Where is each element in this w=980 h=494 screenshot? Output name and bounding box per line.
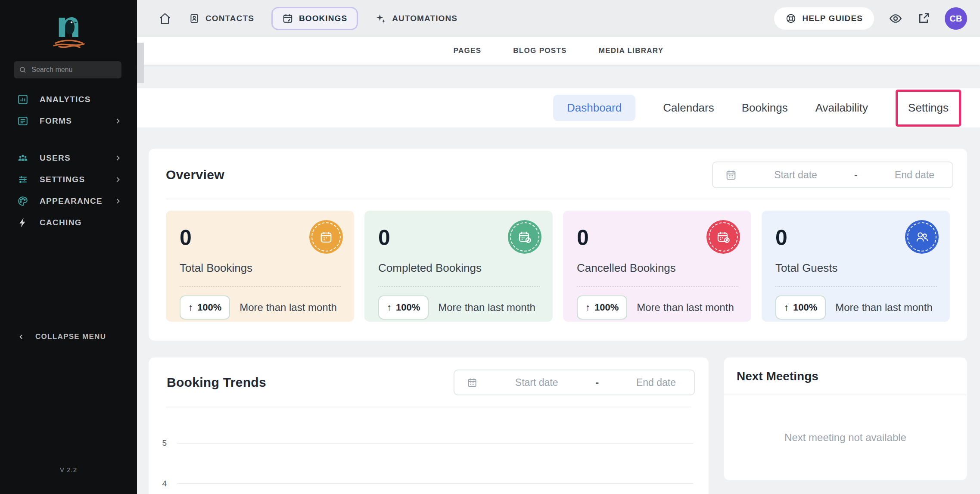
next-meetings-empty-text: Next meeting not available bbox=[724, 432, 967, 444]
calendar-booking-icon bbox=[309, 220, 343, 254]
search-input[interactable] bbox=[31, 65, 116, 74]
tab-availability[interactable]: Availability bbox=[815, 101, 868, 115]
growth-value: 100% bbox=[793, 302, 817, 313]
calendar-check-icon bbox=[508, 220, 541, 254]
stat-label: Completed Bookings bbox=[378, 261, 540, 275]
overview-title: Overview bbox=[166, 168, 224, 182]
stat-card-cancelled-bookings: 0 Cancelled Bookings ↑ 100% More than la… bbox=[563, 211, 751, 322]
stats-row: 0 Total Bookings ↑ 100% More than last m… bbox=[149, 199, 967, 322]
trends-date-range-picker[interactable]: Start date - End date bbox=[454, 370, 695, 395]
stat-dotted-divider bbox=[775, 286, 937, 287]
gridline-row-5: 5 bbox=[149, 438, 693, 448]
topnav-bookings-active[interactable]: BOOKINGS bbox=[271, 7, 358, 30]
settings-highlight-box: Settings bbox=[896, 90, 961, 127]
tab-bookings[interactable]: Bookings bbox=[742, 101, 788, 115]
stat-label: Total Guests bbox=[775, 261, 937, 275]
y-axis-tick: 5 bbox=[149, 438, 177, 448]
analytics-icon bbox=[17, 94, 28, 105]
sidebar-item-settings[interactable]: SETTINGS bbox=[0, 169, 137, 190]
chevron-right-icon bbox=[114, 197, 122, 205]
stat-card-total-guests: 0 Total Guests ↑ 100% More than last mon… bbox=[762, 211, 950, 322]
contacts-icon bbox=[189, 13, 200, 24]
growth-value: 100% bbox=[396, 302, 420, 313]
end-date-placeholder[interactable]: End date bbox=[636, 377, 676, 388]
help-guides-button[interactable]: HELP GUIDES bbox=[774, 7, 874, 30]
collapse-menu-button[interactable]: COLLAPSE MENU bbox=[17, 332, 106, 341]
end-date-placeholder[interactable]: End date bbox=[895, 169, 934, 181]
bookings-calendar-icon bbox=[282, 13, 293, 24]
topnav-automations[interactable]: AUTOMATIONS bbox=[375, 13, 457, 24]
version-label: V 2.2 bbox=[0, 466, 137, 473]
sidebar-item-users[interactable]: USERS bbox=[0, 147, 137, 169]
sidebar-item-label: CACHING bbox=[40, 218, 82, 227]
growth-value: 100% bbox=[594, 302, 619, 313]
stat-card-total-bookings: 0 Total Bookings ↑ 100% More than last m… bbox=[166, 211, 354, 322]
sidebar-item-label: APPEARANCE bbox=[40, 196, 103, 206]
next-meetings-divider bbox=[724, 395, 967, 395]
app-logo[interactable]: n bbox=[0, 9, 137, 50]
tab-settings[interactable]: Settings bbox=[908, 101, 949, 115]
sidebar-item-caching[interactable]: CACHING bbox=[0, 212, 137, 233]
appearance-palette-icon bbox=[17, 196, 28, 207]
growth-badge: ↑ 100% bbox=[775, 295, 826, 320]
growth-note: More than last month bbox=[637, 301, 734, 314]
growth-value: 100% bbox=[197, 302, 221, 313]
eye-icon bbox=[889, 12, 902, 25]
chevron-right-icon bbox=[114, 175, 122, 184]
topnav-automations-label: AUTOMATIONS bbox=[392, 14, 457, 23]
lifebuoy-icon bbox=[785, 13, 796, 24]
open-site-button[interactable] bbox=[917, 12, 930, 25]
sidebar-item-label: FORMS bbox=[40, 116, 72, 126]
forms-icon bbox=[17, 115, 28, 127]
sidebar-item-appearance[interactable]: APPEARANCE bbox=[0, 190, 137, 212]
stat-growth-row: ↑ 100% More than last month bbox=[378, 295, 540, 320]
start-date-placeholder[interactable]: Start date bbox=[774, 169, 817, 181]
growth-badge: ↑ 100% bbox=[577, 295, 627, 320]
overview-date-range-picker[interactable]: Start date - End date bbox=[712, 162, 953, 188]
preview-button[interactable] bbox=[889, 12, 902, 25]
arrow-up-icon: ↑ bbox=[387, 302, 392, 313]
sidebar-item-forms[interactable]: FORMS bbox=[0, 110, 137, 132]
trends-header: Booking Trends Start date - End date bbox=[149, 357, 709, 407]
sidebar-item-label: ANALYTICS bbox=[40, 95, 91, 104]
calendar-cancel-icon bbox=[706, 220, 740, 254]
date-separator: - bbox=[854, 169, 858, 181]
sidebar-scrollbar-thumb[interactable] bbox=[137, 43, 144, 83]
topnav-contacts[interactable]: CONTACTS bbox=[189, 13, 254, 24]
arrow-up-icon: ↑ bbox=[188, 302, 193, 313]
subnav-media-library[interactable]: MEDIA LIBRARY bbox=[599, 47, 664, 55]
stat-label: Total Bookings bbox=[180, 261, 341, 275]
stat-growth-row: ↑ 100% More than last month bbox=[180, 295, 341, 320]
booking-trends-chart: 5 4 bbox=[149, 407, 709, 494]
help-guides-label: HELP GUIDES bbox=[802, 14, 863, 23]
growth-note: More than last month bbox=[240, 301, 336, 314]
chevron-left-icon bbox=[17, 333, 25, 341]
y-axis-tick: 4 bbox=[149, 479, 177, 488]
stat-growth-row: ↑ 100% More than last month bbox=[775, 295, 937, 320]
home-button[interactable] bbox=[159, 12, 171, 25]
subnav-blog-posts[interactable]: BLOG POSTS bbox=[513, 47, 566, 55]
overview-header: Overview Start date - End date bbox=[149, 149, 967, 199]
start-date-placeholder[interactable]: Start date bbox=[515, 377, 558, 388]
stat-growth-row: ↑ 100% More than last month bbox=[577, 295, 738, 320]
tab-calendars[interactable]: Calendars bbox=[663, 101, 714, 115]
subnav: PAGES BLOG POSTS MEDIA LIBRARY bbox=[137, 37, 980, 65]
gridline bbox=[177, 443, 693, 444]
subnav-pages[interactable]: PAGES bbox=[454, 47, 482, 55]
sidebar-item-label: USERS bbox=[40, 153, 71, 163]
topnav-bookings-label: BOOKINGS bbox=[299, 14, 347, 23]
chevron-right-icon bbox=[114, 117, 122, 125]
sidebar-item-analytics[interactable]: ANALYTICS bbox=[0, 89, 137, 110]
automations-sparkle-icon bbox=[375, 13, 386, 24]
arrow-up-icon: ↑ bbox=[585, 302, 590, 313]
tab-dashboard[interactable]: Dashboard bbox=[553, 95, 635, 121]
overview-section: Overview Start date - End date 0 Total B… bbox=[149, 149, 967, 341]
stat-dotted-divider bbox=[378, 286, 540, 287]
user-avatar[interactable]: CB bbox=[945, 7, 967, 30]
avatar-initials: CB bbox=[950, 14, 962, 24]
users-icon bbox=[17, 152, 28, 164]
next-meetings-section: Next Meetings Next meeting not available bbox=[724, 357, 967, 480]
stat-card-completed-bookings: 0 Completed Bookings ↑ 100% More than la… bbox=[364, 211, 553, 322]
calendar-icon bbox=[467, 377, 478, 388]
growth-note: More than last month bbox=[438, 301, 535, 314]
